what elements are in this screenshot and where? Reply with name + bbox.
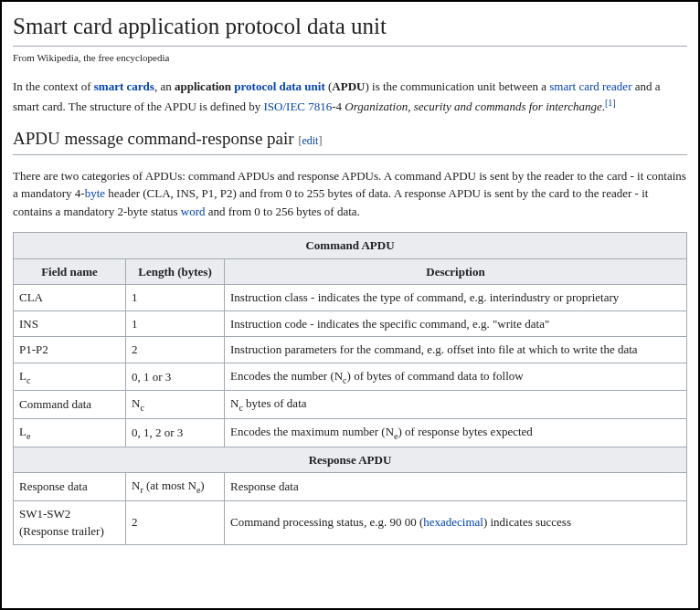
cell-length: 2 xyxy=(126,500,225,544)
apdu-table: Command APDU Field name Length (bytes) D… xyxy=(13,232,687,544)
table-row: Lc 0, 1 or 3 Encodes the number (Nc) of … xyxy=(14,363,687,391)
cell-field: P1-P2 xyxy=(14,337,126,363)
cell-length: 1 xyxy=(126,285,225,311)
edit-section: [edit] xyxy=(298,134,322,147)
text-italic: Organization, security and commands for … xyxy=(345,100,601,113)
col-description: Description xyxy=(225,258,687,285)
edit-link[interactable]: edit xyxy=(302,134,318,147)
table-row: SW1-SW2 (Response trailer) 2 Command pro… xyxy=(14,500,687,544)
heading-text: APDU message command-response pair xyxy=(13,129,294,148)
link-protocol-data-unit[interactable]: protocol data unit xyxy=(234,79,324,93)
table-header-row: Command APDU xyxy=(14,233,687,259)
cell-length: 0, 1, 2 or 3 xyxy=(126,419,225,447)
cell-field: CLA xyxy=(14,285,126,311)
table-row: INS 1 Instruction code - indicates the s… xyxy=(14,310,687,337)
cell-desc: Command processing status, e.g. 90 00 (h… xyxy=(225,500,687,544)
link-smart-card-reader[interactable]: smart card reader xyxy=(549,79,631,93)
table-header-row: Response APDU xyxy=(14,447,687,473)
table-row: Command data Nc Nc bytes of data xyxy=(14,391,687,419)
text: In the context of xyxy=(13,79,94,93)
text: , an xyxy=(154,79,175,93)
cell-length: Nc xyxy=(126,391,225,419)
link-hexadecimal[interactable]: hexadecimal xyxy=(423,515,483,529)
cell-field: Command data xyxy=(14,391,126,419)
table-header-command: Command APDU xyxy=(14,233,687,259)
cell-field: Response data xyxy=(14,473,126,501)
cell-desc: Instruction class - indicates the type o… xyxy=(225,285,687,311)
table-row: Response data Nr (at most Ne) Response d… xyxy=(14,473,687,501)
link-iso-iec-7816[interactable]: ISO/IEC 7816 xyxy=(264,100,333,113)
link-word[interactable]: word xyxy=(181,205,206,218)
text-bold: application xyxy=(175,79,234,93)
section-heading: APDU message command-response pair [edit… xyxy=(13,126,687,155)
text: ) is the communication unit between a xyxy=(365,79,549,93)
table-row: CLA 1 Instruction class - indicates the … xyxy=(14,285,687,311)
table-row: P1-P2 2 Instruction parameters for the c… xyxy=(14,337,687,363)
cell-desc: Nc bytes of data xyxy=(225,391,687,419)
text: and from 0 to 256 bytes of data. xyxy=(205,205,359,218)
col-length: Length (bytes) xyxy=(126,258,225,285)
cell-field: Le xyxy=(14,419,126,447)
table-row: Le 0, 1, 2 or 3 Encodes the maximum numb… xyxy=(14,419,687,447)
link-byte[interactable]: byte xyxy=(85,186,105,200)
text: -4 xyxy=(332,100,345,113)
col-field: Field name xyxy=(14,258,126,285)
cell-length: 1 xyxy=(126,310,225,337)
article-page: Smart card application protocol data uni… xyxy=(0,0,700,610)
cell-length: Nr (at most Ne) xyxy=(126,473,225,501)
intro-paragraph: In the context of smart cards, an applic… xyxy=(13,78,687,115)
section-paragraph: There are two categories of APDUs: comma… xyxy=(13,167,687,221)
cell-length: 2 xyxy=(126,337,225,363)
cell-desc: Encodes the maximum number (Ne) of respo… xyxy=(225,419,687,447)
text-bold: APDU xyxy=(332,79,365,93)
cell-length: 0, 1 or 3 xyxy=(126,363,225,391)
reference-link[interactable]: [1] xyxy=(605,98,616,108)
cell-field: INS xyxy=(14,310,126,337)
cell-field: SW1-SW2 (Response trailer) xyxy=(14,500,126,544)
cell-desc: Encodes the number (Nc) of bytes of comm… xyxy=(225,363,687,391)
table-column-row: Field name Length (bytes) Description xyxy=(14,258,687,285)
tagline: From Wikipedia, the free encyclopedia xyxy=(13,50,687,66)
cell-desc: Instruction parameters for the command, … xyxy=(225,337,687,363)
bracket: ] xyxy=(318,134,322,147)
table-header-response: Response APDU xyxy=(14,447,687,473)
page-title: Smart card application protocol data uni… xyxy=(13,9,687,47)
cell-desc: Instruction code - indicates the specifi… xyxy=(225,310,687,337)
link-smart-cards[interactable]: smart cards xyxy=(94,79,154,93)
cell-desc: Response data xyxy=(225,473,687,501)
cell-field: Lc xyxy=(14,363,126,391)
